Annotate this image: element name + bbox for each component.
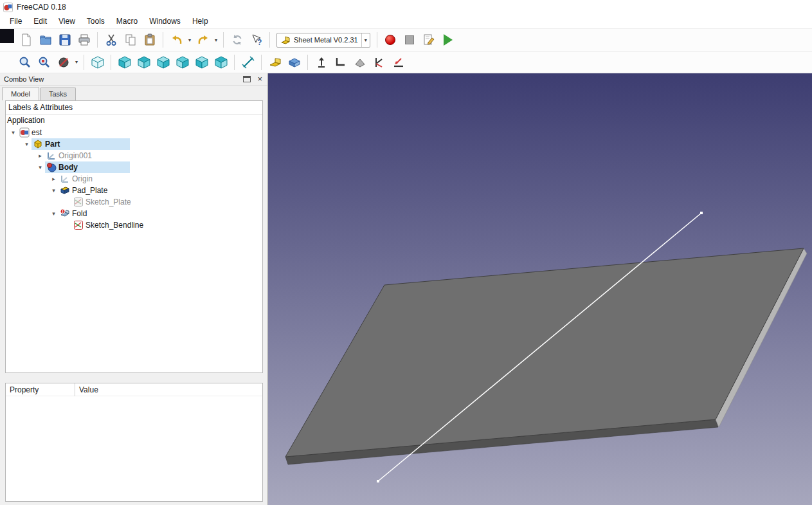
tree-column-header[interactable]: Labels & Attributes	[6, 101, 262, 115]
sheetmetal-flatten-button[interactable]	[389, 53, 408, 71]
tree-item-label: est	[32, 128, 42, 137]
expand-arrow-icon[interactable]: ▾	[8, 129, 18, 136]
macro-edit-icon	[422, 33, 435, 46]
menu-windows[interactable]: Windows	[143, 15, 186, 28]
save-icon	[59, 33, 71, 46]
tree-item-label: Origin001	[59, 151, 92, 160]
tree-item-origin[interactable]: ▸ Origin	[6, 173, 262, 185]
expand-arrow-icon[interactable]: ▾	[49, 187, 59, 194]
main-area: Combo View × Model Tasks Labels & Attrib…	[0, 73, 812, 505]
workbench-selector[interactable]: Sheet Metal V0.2.31 ▾	[276, 33, 370, 48]
macro-execute-icon	[444, 34, 453, 46]
draw-style-button[interactable]	[54, 53, 73, 71]
sheetmetal-corner-button[interactable]	[350, 53, 369, 71]
paste-button[interactable]	[140, 31, 159, 50]
redo-button[interactable]	[194, 31, 212, 50]
view-top-icon	[137, 55, 151, 69]
3d-viewport[interactable]	[268, 73, 812, 505]
expand-arrow-icon[interactable]: ▾	[35, 164, 45, 170]
tree-item-sketch-bendline[interactable]: Sketch_Bendline	[6, 219, 262, 231]
property-editor-panel: Property Value	[5, 383, 263, 502]
tree-item-fold[interactable]: ▾ Fold	[6, 208, 262, 219]
tab-tasks[interactable]: Tasks	[40, 87, 76, 100]
macro-execute-button[interactable]	[439, 31, 458, 50]
print-button[interactable]	[75, 31, 93, 50]
sheetmetal-fold-up-button[interactable]	[312, 53, 330, 71]
undo-button[interactable]	[167, 31, 186, 50]
panel-splitter[interactable]	[5, 373, 263, 383]
tree-item-label: Pad_Plate	[72, 186, 107, 195]
3d-scene[interactable]	[268, 73, 812, 505]
copy-button[interactable]	[121, 31, 140, 50]
refresh-icon	[231, 33, 244, 46]
origin-icon	[60, 174, 70, 184]
view-isometric-button[interactable]	[88, 53, 107, 71]
close-icon[interactable]: ×	[256, 76, 264, 82]
tree-group-application: Application	[6, 115, 262, 127]
expand-arrow-icon[interactable]: ▾	[22, 141, 32, 147]
svg-text:?: ?	[257, 38, 262, 46]
menu-file[interactable]: File	[4, 15, 28, 28]
open-document-button[interactable]	[36, 31, 55, 50]
value-column-header[interactable]: Value	[75, 385, 98, 394]
property-column-header[interactable]: Property	[6, 385, 75, 394]
view-bottom-button[interactable]	[192, 53, 211, 71]
draw-style-dropdown-arrow[interactable]: ▾	[73, 53, 80, 71]
redo-dropdown-arrow[interactable]: ▾	[213, 31, 219, 50]
macro-edit-button[interactable]	[420, 31, 438, 50]
fit-all-button[interactable]	[15, 53, 34, 71]
draw-style-icon	[57, 56, 70, 69]
sheetmetal-corner-icon	[354, 56, 366, 69]
toolbar-separator	[234, 55, 235, 70]
tree-item-origin001[interactable]: ▸ Origin001	[6, 150, 262, 161]
macro-record-button[interactable]	[381, 31, 400, 50]
menu-help[interactable]: Help	[186, 15, 214, 28]
undo-dropdown-arrow[interactable]: ▾	[186, 31, 193, 50]
chevron-down-icon[interactable]: ▾	[361, 33, 367, 47]
new-document-button[interactable]	[17, 31, 35, 50]
view-isometric-icon	[91, 55, 105, 69]
measure-distance-button[interactable]	[239, 53, 257, 71]
combo-view-tabs: Model Tasks	[0, 86, 267, 100]
tab-model[interactable]: Model	[2, 87, 39, 100]
sheetmetal-bend-button[interactable]	[331, 53, 350, 71]
whats-this-button[interactable]: ?	[247, 31, 266, 50]
copy-icon	[124, 33, 137, 46]
macro-stop-icon	[405, 35, 414, 44]
zoom-box-icon	[38, 56, 51, 69]
toolbar-separator	[163, 32, 163, 48]
tree-item-part[interactable]: ▾ Part	[6, 138, 262, 150]
bendline-endpoint[interactable]	[700, 212, 703, 214]
view-right-button[interactable]	[154, 53, 172, 71]
macro-stop-button[interactable]	[401, 31, 419, 50]
tree-item-label: Fold	[72, 209, 87, 218]
sheetmetal-wall-button[interactable]	[285, 53, 303, 71]
tree-item-sketch-plate[interactable]: Sketch_Plate	[6, 196, 262, 208]
tree-item-est[interactable]: ▾ est	[6, 127, 262, 138]
menu-macro[interactable]: Macro	[111, 15, 143, 28]
tree-item-body[interactable]: ▾ Body	[6, 161, 262, 173]
view-rear-button[interactable]	[173, 53, 192, 71]
view-top-button[interactable]	[134, 53, 153, 71]
collapse-arrow-icon[interactable]: ▸	[49, 176, 59, 182]
combo-view-titlebar[interactable]: Combo View ×	[0, 73, 267, 86]
combo-view-panel: Combo View × Model Tasks Labels & Attrib…	[0, 73, 268, 505]
save-document-button[interactable]	[55, 31, 74, 50]
bendline-endpoint[interactable]	[377, 480, 379, 482]
cut-button[interactable]	[102, 31, 120, 50]
sheetmetal-base-wall-icon	[269, 56, 282, 69]
expand-arrow-icon[interactable]: ▾	[49, 210, 59, 217]
zoom-box-button[interactable]	[35, 53, 53, 71]
sheetmetal-sketch-bend-button[interactable]	[370, 53, 388, 71]
menu-edit[interactable]: Edit	[28, 15, 53, 28]
sheetmetal-base-wall-button[interactable]	[266, 53, 284, 71]
view-front-button[interactable]	[115, 53, 134, 71]
menu-tools[interactable]: Tools	[81, 15, 111, 28]
view-right-icon	[156, 55, 170, 69]
refresh-button[interactable]	[228, 31, 246, 50]
view-left-button[interactable]	[212, 53, 230, 71]
menu-view[interactable]: View	[53, 15, 81, 28]
collapse-arrow-icon[interactable]: ▸	[35, 152, 45, 159]
dock-float-icon[interactable]	[243, 76, 251, 82]
tree-item-pad-plate[interactable]: ▾ Pad_Plate	[6, 185, 262, 196]
